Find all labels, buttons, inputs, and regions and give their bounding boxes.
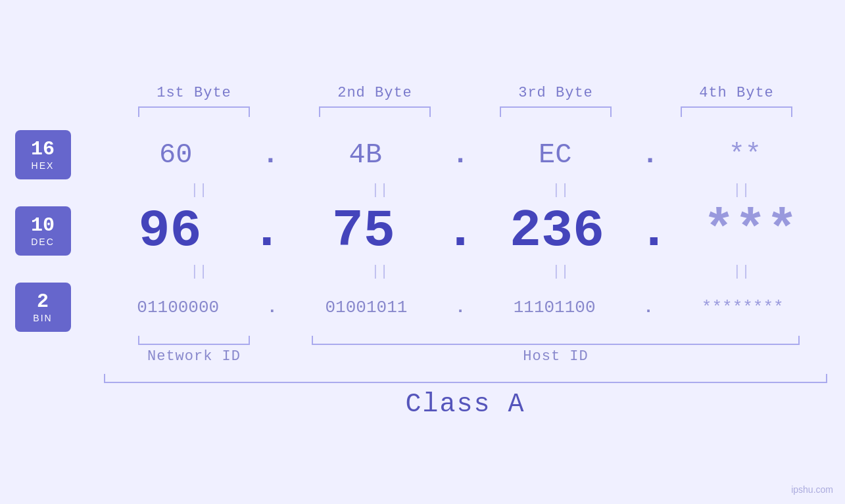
bottom-brackets-container	[104, 336, 827, 345]
hex-badge: 16 HEX	[15, 130, 71, 179]
top-brackets	[104, 106, 827, 117]
bracket-byte2	[319, 106, 431, 117]
byte4-header: 4th Byte	[646, 85, 827, 101]
hex-badge-number: 16	[31, 139, 55, 160]
bin-bytes: 01100000 . 01001011 . 11101100 . *******…	[91, 298, 831, 317]
eq2: ||	[289, 179, 470, 201]
eq5: ||	[109, 261, 289, 283]
bin-dot2: .	[454, 298, 467, 317]
byte2-header: 2nd Byte	[285, 85, 466, 101]
hex-byte2: 4B	[280, 139, 450, 171]
dec-byte1: 96	[91, 201, 250, 261]
hex-byte3: EC	[470, 139, 640, 171]
id-labels: Network ID Host ID	[104, 348, 827, 365]
byte3-header: 3rd Byte	[466, 85, 646, 101]
eq3: ||	[470, 179, 651, 201]
hex-byte1: 60	[91, 139, 261, 171]
dec-bytes: 96 . 75 . 236 . ***	[91, 201, 831, 261]
bin-badge-label: BIN	[33, 313, 52, 323]
class-label: Class A	[104, 390, 827, 419]
dec-row: 10 DEC 96 . 75 . 236 . ***	[15, 201, 831, 261]
bin-dot3: .	[642, 298, 655, 317]
hex-dot1: .	[261, 139, 280, 171]
byte1-header: 1st Byte	[104, 85, 285, 101]
dec-badge-label: DEC	[31, 237, 55, 247]
eq7: ||	[470, 261, 651, 283]
main-container: 1st Byte 2nd Byte 3rd Byte 4th Byte 16 H…	[0, 0, 845, 504]
dec-byte2: 75	[284, 201, 443, 261]
bin-badge: 2 BIN	[15, 283, 71, 332]
dec-dot3: .	[637, 201, 671, 261]
hex-dot3: .	[640, 139, 660, 171]
bin-dot1: .	[266, 298, 279, 317]
outer-bracket	[104, 374, 827, 383]
network-id-bracket	[138, 336, 250, 345]
bracket-byte4	[681, 106, 792, 117]
eq6: ||	[289, 261, 470, 283]
network-id-label: Network ID	[104, 348, 285, 365]
dec-byte4: ***	[671, 201, 830, 261]
bin-badge-number: 2	[37, 291, 49, 313]
host-id-bracket	[312, 336, 800, 345]
hex-row: 16 HEX 60 . 4B . EC . **	[15, 130, 831, 179]
hex-dot2: .	[450, 139, 470, 171]
bracket-byte3	[500, 106, 612, 117]
bracket-byte1	[138, 106, 250, 117]
hex-badge-label: HEX	[32, 160, 55, 171]
eq1: ||	[109, 179, 289, 201]
bin-byte2: 01001011	[279, 298, 454, 317]
eq-row-2: || || || ||	[109, 261, 832, 283]
hex-byte4: **	[660, 139, 830, 171]
bin-row: 2 BIN 01100000 . 01001011 . 11101100 . *…	[15, 283, 831, 332]
eq-row-1: || || || ||	[109, 179, 832, 201]
dec-byte3: 236	[477, 201, 637, 261]
bin-byte4: ********	[655, 298, 831, 317]
watermark: ipshu.com	[791, 484, 833, 495]
dec-dot1: .	[250, 201, 284, 261]
byte-headers-row: 1st Byte 2nd Byte 3rd Byte 4th Byte	[104, 85, 827, 101]
bin-byte1: 01100000	[91, 298, 266, 317]
dec-dot2: .	[443, 201, 477, 261]
host-id-label: Host ID	[285, 348, 827, 365]
dec-badge: 10 DEC	[15, 206, 71, 256]
dec-badge-number: 10	[31, 215, 55, 237]
bin-byte3: 11101100	[467, 298, 642, 317]
eq8: ||	[651, 261, 832, 283]
hex-bytes: 60 . 4B . EC . **	[91, 139, 831, 171]
eq4: ||	[651, 179, 832, 201]
